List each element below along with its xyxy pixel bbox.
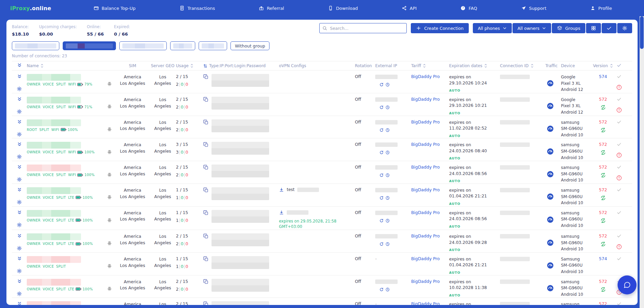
alert-icon[interactable] xyxy=(616,175,622,182)
name-cell[interactable]: OWNER VOICE SPLIT WIFI 100% xyxy=(27,142,103,161)
traffic-cell[interactable] xyxy=(545,279,561,298)
tariff-link[interactable]: BigDaddy Pro xyxy=(411,256,449,275)
grid-view-button[interactable] xyxy=(586,23,601,33)
name-cell[interactable]: OWNER VOICE SPLIT xyxy=(27,256,103,275)
tariff-link[interactable]: BigDaddy Pro xyxy=(411,74,449,93)
tariff-link[interactable]: BigDaddy Pro xyxy=(411,165,449,184)
expand-row-button[interactable] xyxy=(17,301,22,305)
brand-logo[interactable]: iProxy.online xyxy=(10,5,51,12)
update-available-icon[interactable] xyxy=(600,218,606,225)
row-settings-button[interactable] xyxy=(17,154,22,160)
ip-history-button[interactable] xyxy=(385,242,390,247)
column-header-expiration-dates[interactable]: Expiration dates xyxy=(449,63,500,68)
column-header-connection-id[interactable]: Connection ID xyxy=(500,63,545,68)
ip-history-button[interactable] xyxy=(385,150,390,156)
copy-credentials-button[interactable] xyxy=(203,210,209,217)
traffic-cell[interactable] xyxy=(545,142,561,161)
copy-credentials-button[interactable] xyxy=(203,74,209,81)
update-available-icon[interactable] xyxy=(600,150,606,156)
update-available-icon[interactable] xyxy=(600,195,606,202)
ovpn-cell[interactable]: test xyxy=(279,187,355,206)
traffic-cell[interactable] xyxy=(545,97,561,116)
group-chip-without-group[interactable]: Without group xyxy=(230,41,269,50)
expand-row-button[interactable] xyxy=(17,74,22,80)
select-mode-button[interactable] xyxy=(602,23,617,33)
update-available-icon[interactable] xyxy=(600,127,606,134)
tariff-link[interactable]: BigDaddy Pro xyxy=(411,279,449,298)
ip-history-button[interactable] xyxy=(385,287,390,293)
search-input[interactable] xyxy=(319,23,407,33)
rotate-ip-button[interactable] xyxy=(379,196,384,201)
name-cell[interactable]: OWNER VOICE SPLIT LTE 100% xyxy=(27,279,103,298)
all-owners-dropdown[interactable]: All owners xyxy=(512,23,551,33)
nav-item-referral[interactable]: Referral xyxy=(259,5,284,11)
name-cell[interactable]: OWNER VOICE SPLIT xyxy=(27,301,103,305)
groups-button[interactable]: Groups xyxy=(552,23,585,33)
traffic-cell[interactable] xyxy=(545,256,561,275)
column-header-version[interactable]: Version xyxy=(593,63,612,68)
tariff-link[interactable]: BigDaddy Pro xyxy=(411,301,449,305)
name-cell[interactable]: OWNER VOICE SPLIT LTE 100% xyxy=(27,210,103,230)
ovpn-cell[interactable]: expires on 29.05.2028, 21:58GMT+03:00 xyxy=(279,210,355,230)
settings-button[interactable] xyxy=(617,23,632,33)
column-header-name[interactable]: Name xyxy=(27,63,103,68)
rotate-ip-button[interactable] xyxy=(379,128,384,133)
ip-history-button[interactable] xyxy=(385,82,390,88)
nav-item-api[interactable]: API xyxy=(402,5,417,11)
row-settings-button[interactable] xyxy=(17,177,22,183)
column-header-usage[interactable]: Usage xyxy=(176,63,203,68)
group-chip-blurred-4[interactable] xyxy=(170,41,195,50)
alert-icon[interactable] xyxy=(616,107,622,114)
tariff-link[interactable]: BigDaddy Pro xyxy=(411,233,449,252)
tariff-link[interactable]: BigDaddy Pro xyxy=(411,187,449,206)
row-settings-button[interactable] xyxy=(17,268,22,275)
nav-item-balance-top-up[interactable]: Balance Top-Up xyxy=(94,5,136,11)
rotate-ip-button[interactable] xyxy=(379,150,384,156)
all-phones-dropdown[interactable]: All phones xyxy=(473,23,512,33)
expand-row-button[interactable] xyxy=(17,97,22,103)
traffic-cell[interactable] xyxy=(545,210,561,230)
row-settings-button[interactable] xyxy=(17,222,22,229)
group-chip-blurred-3[interactable] xyxy=(119,41,167,50)
row-settings-button[interactable] xyxy=(17,291,22,297)
create-connection-button[interactable]: Create Connection xyxy=(411,23,468,33)
group-chip-blurred-1[interactable] xyxy=(12,41,59,50)
ip-history-button[interactable] xyxy=(385,128,390,133)
sort-icon[interactable] xyxy=(530,63,534,68)
ip-history-button[interactable] xyxy=(385,196,390,201)
alert-icon[interactable] xyxy=(616,152,622,159)
copy-credentials-button[interactable] xyxy=(203,165,209,171)
alert-icon[interactable] xyxy=(616,244,622,251)
row-settings-button[interactable] xyxy=(17,246,22,252)
nav-item-download[interactable]: Download xyxy=(328,5,358,11)
copy-credentials-button[interactable] xyxy=(203,119,209,126)
traffic-cell[interactable] xyxy=(545,165,561,184)
row-settings-button[interactable] xyxy=(17,132,22,138)
row-settings-button[interactable] xyxy=(17,109,22,115)
rotate-ip-button[interactable] xyxy=(379,242,384,247)
sort-icon[interactable] xyxy=(484,63,487,68)
copy-credentials-button[interactable] xyxy=(203,256,209,263)
tariff-link[interactable]: BigDaddy Pro xyxy=(411,97,449,116)
name-cell[interactable]: OWNER VOICE SPLIT WIFI 79% xyxy=(27,74,103,93)
ip-history-button[interactable] xyxy=(385,173,390,178)
update-available-icon[interactable] xyxy=(600,172,606,179)
copy-credentials-button[interactable] xyxy=(203,142,209,149)
name-cell[interactable]: OWNER VOICE SPLIT WIFI 71% xyxy=(27,97,103,116)
rotate-ip-button[interactable] xyxy=(379,82,384,88)
traffic-cell[interactable] xyxy=(545,187,561,206)
rotate-ip-button[interactable] xyxy=(379,218,384,224)
group-chip-blurred-5[interactable] xyxy=(199,41,227,50)
name-cell[interactable]: OWNER VOICE SPLIT WIFI 100% xyxy=(27,165,103,184)
update-available-icon[interactable] xyxy=(600,104,606,111)
rotate-ip-button[interactable] xyxy=(379,105,384,111)
alert-icon[interactable] xyxy=(616,84,622,91)
expand-row-button[interactable] xyxy=(17,119,22,126)
traffic-cell[interactable] xyxy=(545,74,561,93)
traffic-cell[interactable] xyxy=(545,301,561,305)
column-header-tariff[interactable]: Tariff xyxy=(411,63,449,68)
rotate-ip-button[interactable] xyxy=(379,287,384,293)
copy-credentials-button[interactable] xyxy=(203,279,209,286)
expand-row-button[interactable] xyxy=(17,279,22,285)
update-available-icon[interactable] xyxy=(600,241,606,248)
